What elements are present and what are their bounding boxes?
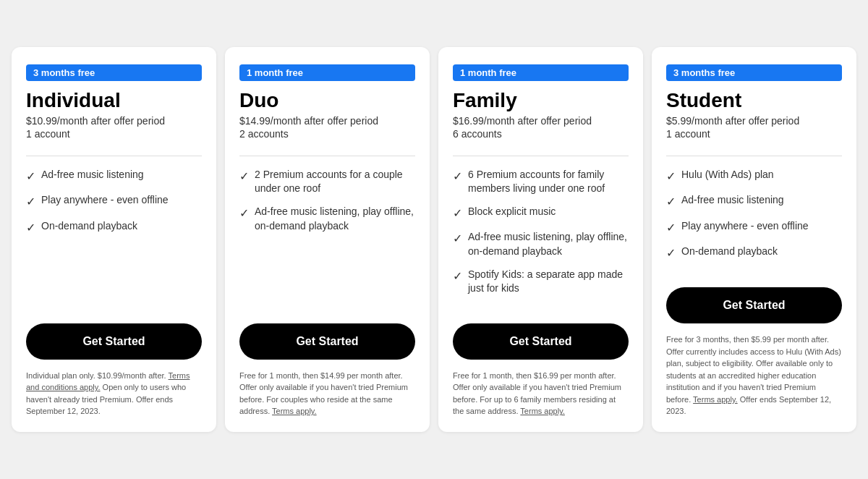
feature-text-duo-1: Ad-free music listening, play offline, o… bbox=[255, 205, 415, 233]
feature-text-family-3: Spotify Kids: a separate app made just f… bbox=[468, 268, 629, 296]
feature-item-family-3: ✓Spotify Kids: a separate app made just … bbox=[453, 268, 629, 296]
offer-badge-duo: 1 month free bbox=[239, 64, 415, 81]
feature-item-student-2: ✓Play anywhere - even offline bbox=[666, 219, 842, 236]
feature-item-individual-1: ✓Play anywhere - even offline bbox=[26, 193, 202, 210]
divider-student bbox=[666, 156, 842, 156]
plan-price-student: $5.99/month after offer period bbox=[666, 115, 842, 127]
get-started-button-family[interactable]: Get Started bbox=[453, 323, 629, 360]
fine-print-link-family[interactable]: Terms apply. bbox=[520, 407, 565, 415]
feature-item-duo-1: ✓Ad-free music listening, play offline, … bbox=[239, 205, 415, 233]
get-started-button-student[interactable]: Get Started bbox=[666, 287, 842, 323]
features-list-family: ✓6 Premium accounts for family members l… bbox=[453, 168, 629, 306]
checkmark-icon: ✓ bbox=[26, 220, 35, 236]
plan-name-student: Student bbox=[666, 90, 842, 112]
plan-card-duo: 1 month freeDuo$14.99/month after offer … bbox=[225, 47, 430, 432]
divider-family bbox=[453, 156, 629, 156]
checkmark-icon: ✓ bbox=[26, 169, 35, 185]
checkmark-icon: ✓ bbox=[666, 194, 676, 210]
offer-badge-family: 1 month free bbox=[453, 64, 629, 81]
feature-text-individual-0: Ad-free music listening bbox=[41, 168, 144, 182]
feature-text-individual-1: Play anywhere - even offline bbox=[41, 193, 169, 208]
checkmark-icon: ✓ bbox=[239, 169, 249, 185]
offer-badge-student: 3 months free bbox=[666, 64, 842, 81]
feature-item-student-0: ✓Hulu (With Ads) plan bbox=[666, 168, 842, 185]
checkmark-icon: ✓ bbox=[453, 231, 462, 247]
checkmark-icon: ✓ bbox=[239, 205, 249, 221]
checkmark-icon: ✓ bbox=[453, 268, 462, 284]
plan-name-duo: Duo bbox=[239, 90, 415, 112]
get-started-button-individual[interactable]: Get Started bbox=[26, 323, 202, 360]
plan-card-family: 1 month freeFamily$16.99/month after off… bbox=[438, 47, 643, 432]
feature-item-family-1: ✓Block explicit music bbox=[453, 205, 629, 221]
plan-price-individual: $10.99/month after offer period bbox=[26, 115, 202, 127]
feature-item-duo-0: ✓2 Premium accounts for a couple under o… bbox=[239, 168, 415, 196]
features-list-student: ✓Hulu (With Ads) plan✓Ad-free music list… bbox=[666, 168, 842, 271]
fine-print-student: Free for 3 months, then $5.99 per month … bbox=[666, 334, 842, 417]
feature-item-individual-0: ✓Ad-free music listening bbox=[26, 168, 202, 185]
plan-accounts-family: 6 accounts bbox=[453, 128, 629, 140]
plan-accounts-student: 1 account bbox=[666, 128, 842, 140]
feature-text-individual-2: On-demand playback bbox=[41, 219, 137, 234]
feature-item-student-1: ✓Ad-free music listening bbox=[666, 193, 842, 210]
plan-price-family: $16.99/month after offer period bbox=[453, 115, 629, 127]
feature-text-family-0: 6 Premium accounts for family members li… bbox=[468, 168, 629, 196]
divider-individual bbox=[26, 156, 202, 156]
feature-item-family-2: ✓Ad-free music listening, play offline, … bbox=[453, 230, 629, 258]
plans-container: 3 months freeIndividual$10.99/month afte… bbox=[12, 47, 856, 432]
fine-print-family: Free for 1 month, then $16.99 per month … bbox=[453, 370, 629, 417]
checkmark-icon: ✓ bbox=[453, 205, 462, 221]
feature-text-student-1: Ad-free music listening bbox=[681, 193, 784, 208]
feature-text-student-0: Hulu (With Ads) plan bbox=[681, 168, 774, 182]
checkmark-icon: ✓ bbox=[666, 220, 676, 236]
plan-name-individual: Individual bbox=[26, 90, 202, 112]
checkmark-icon: ✓ bbox=[453, 169, 462, 185]
offer-badge-individual: 3 months free bbox=[26, 64, 202, 81]
feature-text-student-3: On-demand playback bbox=[681, 245, 778, 259]
feature-text-family-2: Ad-free music listening, play offline, o… bbox=[468, 230, 629, 258]
fine-print-individual: Individual plan only. $10.99/month after… bbox=[26, 370, 202, 417]
features-list-individual: ✓Ad-free music listening✓Play anywhere -… bbox=[26, 168, 202, 306]
checkmark-icon: ✓ bbox=[26, 194, 35, 210]
feature-text-student-2: Play anywhere - even offline bbox=[681, 219, 809, 234]
checkmark-icon: ✓ bbox=[666, 245, 676, 261]
feature-text-family-1: Block explicit music bbox=[468, 205, 556, 219]
plan-accounts-duo: 2 accounts bbox=[239, 128, 415, 140]
plan-card-student: 3 months freeStudent$5.99/month after of… bbox=[652, 47, 856, 432]
checkmark-icon: ✓ bbox=[666, 169, 676, 185]
feature-item-individual-2: ✓On-demand playback bbox=[26, 219, 202, 236]
fine-print-link-individual[interactable]: Terms and conditions apply. bbox=[26, 371, 190, 392]
plan-price-duo: $14.99/month after offer period bbox=[239, 115, 415, 127]
plan-name-family: Family bbox=[453, 90, 629, 112]
feature-text-duo-0: 2 Premium accounts for a couple under on… bbox=[255, 168, 415, 196]
features-list-duo: ✓2 Premium accounts for a couple under o… bbox=[239, 168, 415, 306]
plan-card-individual: 3 months freeIndividual$10.99/month afte… bbox=[12, 47, 216, 432]
fine-print-link-duo[interactable]: Terms apply. bbox=[272, 407, 317, 415]
divider-duo bbox=[239, 156, 415, 156]
fine-print-link-student[interactable]: Terms apply. bbox=[693, 395, 738, 404]
feature-item-student-3: ✓On-demand playback bbox=[666, 245, 842, 261]
get-started-button-duo[interactable]: Get Started bbox=[239, 323, 415, 360]
fine-print-duo: Free for 1 month, then $14.99 per month … bbox=[239, 370, 415, 417]
plan-accounts-individual: 1 account bbox=[26, 128, 202, 140]
feature-item-family-0: ✓6 Premium accounts for family members l… bbox=[453, 168, 629, 196]
